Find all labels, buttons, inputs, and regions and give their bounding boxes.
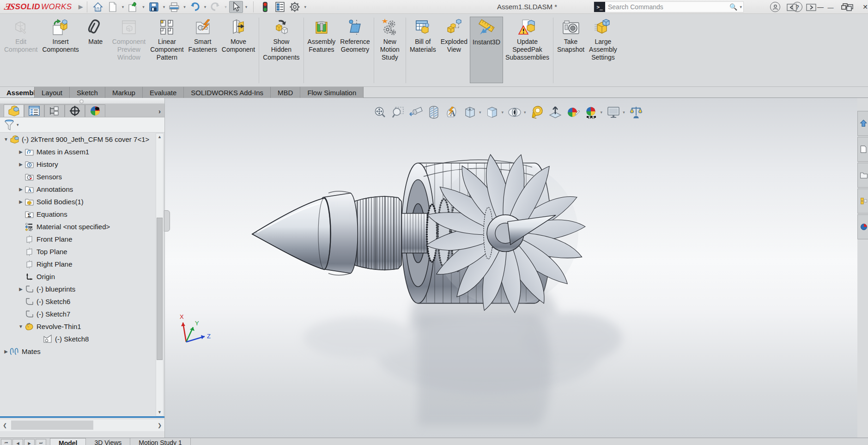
scroll-left-icon[interactable]: ❮ [1,419,9,431]
home-button[interactable] [91,1,105,13]
tree-row-solid-bodies[interactable]: ▶ Solid Bodies(1) [0,195,155,208]
panel-flyout-expand-icon[interactable]: › [158,107,161,115]
new-document-dropdown-icon[interactable]: ▾ [121,5,126,9]
scroll-up-icon[interactable]: ▲ [156,134,163,140]
tree-row-sketch7[interactable]: (-) Sketch7 [0,308,155,320]
select-dropdown-icon[interactable]: ▾ [244,5,249,9]
linear-component-pattern-button[interactable]: Linear Component Pattern ▼ [148,17,186,83]
search-dropdown-icon[interactable]: ▾ [738,5,743,9]
tree-row-sensors[interactable]: Sensors [0,171,155,183]
search-input[interactable] [605,3,729,11]
expand-closed-icon[interactable]: ▶ [18,149,24,154]
tree-row-mates-in-assem1[interactable]: ▶ Mates in Assem1 [0,146,155,158]
tab-property-manager[interactable] [24,104,44,117]
reference-geometry-button[interactable]: Reference Geometry ▼ [338,17,372,83]
instant3d-button[interactable]: Instant3D [470,17,503,83]
filter-dropdown-icon[interactable]: ▾ [17,122,19,127]
tab-flow-simulation[interactable]: Flow Simulation [300,87,364,98]
undo-button[interactable] [188,1,202,13]
save-dropdown-icon[interactable]: ▾ [162,5,167,9]
tab-motion-study-1[interactable]: Motion Study 1 [130,438,190,445]
tree-row-annotations[interactable]: ▶ A Annotations [0,183,155,195]
new-document-button[interactable] [106,1,120,13]
custom-properties-button[interactable] [857,214,868,239]
user-account-icon[interactable] [770,2,780,12]
select-tool-button[interactable] [229,1,243,13]
tree-row-right-plane[interactable]: Right Plane [0,258,155,270]
close-button[interactable]: ✕ [862,3,868,11]
file-properties-button[interactable] [273,1,287,13]
tree-row-mates[interactable]: ▶ Mates [0,345,155,358]
scroll-right-icon[interactable]: ❯ [156,419,164,431]
expand-closed-icon[interactable]: ▶ [3,349,9,354]
large-assembly-settings-button[interactable]: Large Assembly Settings [587,17,619,83]
open-dropdown-icon[interactable]: ▾ [141,5,146,9]
mate-button[interactable]: Mate [81,17,110,83]
smart-fasteners-button[interactable]: Smart Fasteners [186,17,219,83]
expand-closed-icon[interactable]: ▶ [18,287,24,292]
last-view-button[interactable]: ⏭ [36,439,46,445]
scrollbar-thumb[interactable] [11,421,93,430]
tree-row-sketch8[interactable]: (-) Sketch8 [0,333,155,345]
show-hidden-components-button[interactable]: Show Hidden Components [261,17,302,83]
print-button[interactable] [167,1,181,13]
insert-components-button[interactable]: Insert Components ▼ [40,17,81,83]
tab-feature-manager-design-tree[interactable] [4,104,24,117]
tab-solidworks-add-ins[interactable]: SOLIDWORKS Add-Ins [184,87,271,98]
next-window-icon[interactable] [805,3,817,12]
scrollbar-thumb[interactable] [157,218,163,360]
take-snapshot-button[interactable]: Take Snapshot [555,17,587,83]
tree-bottom-splitter[interactable] [0,416,164,418]
save-button[interactable] [147,1,161,13]
search-commands-box[interactable]: >_ 🔍 ▾ [594,1,744,12]
next-view-button[interactable]: ▶ [24,439,35,445]
prev-view-button[interactable]: ◀ [12,439,23,445]
panel-splitter[interactable] [0,98,164,104]
tree-row-sketch6[interactable]: (-) Sketch6 [0,295,155,308]
tree-horizontal-scrollbar[interactable]: ❮ ❯ [0,419,164,431]
update-speedpak-button[interactable]: Update SpeedPak Subassemblies [503,17,552,83]
engine-model-canvas[interactable] [165,98,857,438]
tree-row-history[interactable]: ▶ History [0,158,155,171]
tree-row-assembly[interactable]: ▼ (-) 2kTrent 900_Jeth_CFM 56 cover 7<1> [0,133,155,146]
rebuild-traffic-light-button[interactable] [258,1,272,13]
minimize-document-icon[interactable]: — [825,3,837,12]
tab-3d-views[interactable]: 3D Views [86,438,130,445]
expand-closed-icon[interactable]: ▶ [18,162,24,167]
tab-sketch[interactable]: Sketch [70,87,105,98]
tab-display-manager[interactable] [85,104,105,117]
expand-open-icon[interactable]: ▼ [3,137,9,142]
panel-resize-grip[interactable] [164,210,170,232]
tree-row-equations[interactable]: Σ Equations [0,208,155,220]
first-view-button[interactable]: ⏮ [1,439,12,445]
solidworks-resources-button[interactable] [857,111,868,136]
tree-row-origin[interactable]: Origin [0,270,155,283]
options-gear-button[interactable] [288,1,302,13]
assembly-features-button[interactable]: Assembly Features [305,17,338,83]
previous-window-icon[interactable] [786,3,798,12]
tab-layout[interactable]: Layout [35,87,70,98]
new-motion-study-button[interactable]: New Motion Study [376,17,404,83]
graphics-viewport[interactable]: A ▾ ▾ ▾ ▾ ▾ [165,98,857,438]
bill-of-materials-button[interactable]: Bill of Materials [407,17,438,83]
menu-expand-icon[interactable]: ▶ [79,3,83,10]
tree-row-top-plane[interactable]: Top Plane [0,245,155,258]
expand-open-icon[interactable]: ▼ [18,324,24,329]
tree-row-front-plane[interactable]: Front Plane [0,233,155,245]
print-dropdown-icon[interactable]: ▾ [182,5,187,9]
open-button[interactable] [126,1,140,13]
tree-row-revolve-thin1[interactable]: ▼ Revolve-Thin1 [0,320,155,333]
file-explorer-button[interactable] [857,163,868,188]
move-component-button[interactable]: Move Component ▼ [219,17,257,83]
tab-mbd[interactable]: MBD [271,87,300,98]
appearances-scenes-button[interactable] [857,189,868,213]
tree-filter-bar[interactable]: ▾ [0,117,164,133]
tab-evaluate[interactable]: Evaluate [143,87,184,98]
tree-row-material[interactable]: Material <not specified> [0,220,155,233]
tab-configuration-manager[interactable] [44,104,65,117]
search-scope-icon[interactable]: >_ [594,2,605,12]
design-library-button[interactable] [857,137,868,162]
search-icon[interactable]: 🔍 [729,3,738,11]
splitter-knob[interactable] [79,99,84,104]
tab-model[interactable]: Model [50,438,86,445]
